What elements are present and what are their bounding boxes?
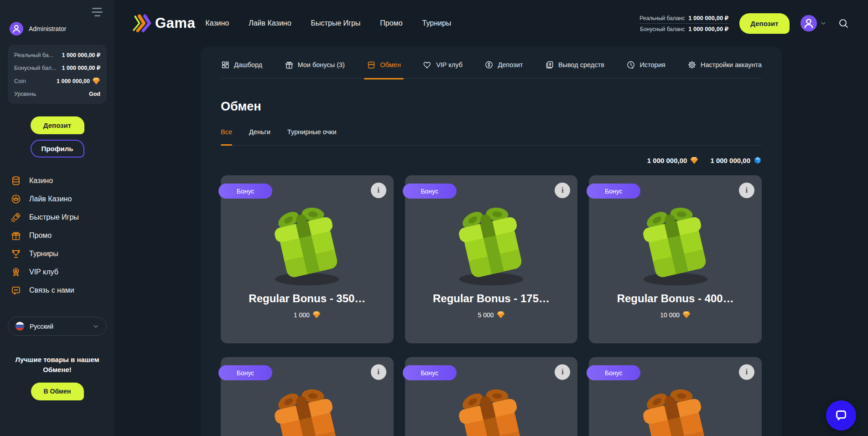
top-nav-fast-games[interactable]: Быстрые Игры bbox=[311, 19, 361, 27]
tab-dashboard[interactable]: Дашборд bbox=[221, 60, 262, 69]
gama-logo[interactable]: Gama bbox=[131, 13, 195, 33]
bonus-badge: Бонус bbox=[587, 365, 640, 380]
real-balance-value: 1 000 000,00 ₽ bbox=[62, 52, 100, 58]
main-area: Gama Казино Лайв Казино Быстрые Игры Про… bbox=[114, 0, 868, 436]
bonus-card-title: Regular Bonus - 350… bbox=[249, 292, 365, 305]
language-label: Русский bbox=[30, 323, 53, 330]
top-nav-live-casino[interactable]: Лайв Казино bbox=[249, 19, 291, 27]
level-value: God bbox=[89, 91, 100, 97]
sidebar-profile[interactable]: Administrator bbox=[8, 0, 107, 36]
gift-icon bbox=[285, 60, 294, 69]
tab-deposit[interactable]: Депозит bbox=[484, 60, 523, 69]
bonus-balance-label: Бонусный бал... bbox=[14, 65, 56, 71]
sidebar-item-live-casino[interactable]: Лайв Казино bbox=[10, 193, 107, 205]
top-nav-casino[interactable]: Казино bbox=[205, 19, 229, 27]
live-casino-icon bbox=[10, 194, 21, 205]
withdraw-icon bbox=[545, 60, 554, 69]
info-icon[interactable]: i bbox=[371, 183, 386, 198]
bonus-card[interactable]: Бонус i bbox=[405, 357, 578, 436]
coin-balance-label: Coin bbox=[14, 78, 26, 84]
info-icon[interactable]: i bbox=[555, 183, 570, 198]
tab-history[interactable]: История bbox=[626, 60, 665, 69]
medal-icon bbox=[10, 267, 21, 278]
account-menu[interactable] bbox=[800, 15, 827, 32]
sidebar-item-vip-club[interactable]: VIP клуб bbox=[10, 266, 107, 278]
header-balances: Реальный баланс 1 000 000,00 ₽ Бонусный … bbox=[639, 13, 728, 34]
promo-text: Лучшие товары в нашем Обмене! bbox=[8, 355, 107, 375]
top-nav: Казино Лайв Казино Быстрые Игры Промо Ту… bbox=[205, 19, 451, 27]
real-balance-row: Реальный ба... 1 000 000,00 ₽ bbox=[14, 52, 100, 58]
heart-icon bbox=[423, 60, 432, 69]
header-deposit-button[interactable]: Депозит bbox=[739, 13, 790, 34]
to-exchange-button[interactable]: В Обмен bbox=[31, 383, 84, 400]
filter-tournament-points[interactable]: Турнирные очки bbox=[287, 128, 337, 136]
coin-dollar-icon bbox=[484, 60, 494, 69]
top-nav-promo[interactable]: Промо bbox=[380, 19, 402, 27]
coins-icon bbox=[10, 175, 21, 186]
user-name: Administrator bbox=[29, 25, 66, 32]
cards-grid: Бонус i Regular Bonus - 350… 1 000 Бонус… bbox=[221, 175, 762, 436]
filter-all[interactable]: Все bbox=[221, 128, 232, 136]
gear-icon bbox=[687, 60, 696, 69]
bonus-card-price: 5 000 bbox=[478, 311, 504, 319]
tab-exchange[interactable]: Обмен bbox=[367, 60, 400, 69]
account-tabs: Дашборд Мои бонусы (3) Обмен VIP клуб Де… bbox=[221, 60, 762, 79]
orange-gem-icon bbox=[690, 157, 698, 164]
info-icon[interactable]: i bbox=[371, 364, 386, 380]
language-selector[interactable]: Русский bbox=[8, 317, 107, 336]
page-title: Обмен bbox=[221, 100, 762, 114]
top-header: Gama Казино Лайв Казино Быстрые Игры Про… bbox=[114, 0, 868, 47]
sidebar-collapse-icon[interactable] bbox=[92, 8, 104, 18]
sidebar-nav: Казино Лайв Казино Быстрые Игры Промо Ту… bbox=[8, 175, 107, 296]
blue-gem-icon bbox=[754, 157, 762, 164]
filter-money[interactable]: Деньги bbox=[249, 128, 270, 136]
coin-balance-row: Coin 1 000 000,00 bbox=[14, 77, 100, 85]
bonus-card[interactable]: Бонус i bbox=[589, 357, 762, 436]
sidebar-item-tournaments[interactable]: Турниры bbox=[10, 248, 107, 259]
sidebar-profile-button[interactable]: Профиль bbox=[31, 140, 84, 158]
wallet-points-balance: 1 000 000,00 bbox=[710, 157, 762, 164]
bonus-card[interactable]: Бонус i Regular Bonus - 350… 1 000 bbox=[221, 175, 394, 343]
header-bonus-balance: Бонусный баланс 1 000 000,00 ₽ bbox=[640, 24, 728, 34]
search-icon[interactable] bbox=[838, 18, 849, 29]
history-icon bbox=[626, 60, 635, 69]
russia-flag-icon bbox=[15, 321, 25, 331]
live-chat-button[interactable] bbox=[826, 400, 856, 431]
header-real-balance: Реальный баланс 1 000 000,00 ₽ bbox=[639, 13, 728, 24]
bonus-badge: Бонус bbox=[218, 184, 272, 199]
bonus-badge: Бонус bbox=[218, 365, 272, 380]
info-icon[interactable]: i bbox=[555, 364, 570, 380]
sidebar-balance-panel: Реальный ба... 1 000 000,00 ₽ Бонусный б… bbox=[8, 45, 107, 104]
bonus-card[interactable]: Бонус i Regular Bonus - 400… 10 000 bbox=[589, 175, 762, 343]
orange-gem-icon bbox=[312, 311, 321, 319]
bonus-badge: Бонус bbox=[587, 184, 640, 199]
tab-withdraw[interactable]: Вывод средств bbox=[545, 60, 604, 69]
orange-gem-icon bbox=[92, 77, 100, 85]
sidebar-item-promo[interactable]: Промо bbox=[10, 230, 107, 241]
sidebar-item-fast-games[interactable]: Быстрые Игры bbox=[10, 211, 107, 223]
bonus-card-title: Regular Bonus - 175… bbox=[433, 292, 550, 305]
chat-icon bbox=[10, 285, 21, 296]
logo-chevrons-icon bbox=[131, 13, 151, 33]
level-row: Уровень God bbox=[14, 91, 100, 97]
user-avatar-icon bbox=[800, 15, 817, 32]
tab-vip-club[interactable]: VIP клуб bbox=[423, 60, 463, 69]
sidebar: Administrator Реальный ба... 1 000 000,0… bbox=[0, 0, 114, 436]
gift-image bbox=[258, 194, 356, 289]
info-icon[interactable]: i bbox=[739, 183, 754, 198]
top-nav-tournaments[interactable]: Турниры bbox=[422, 19, 452, 27]
sidebar-item-contact-us[interactable]: Связь с нами bbox=[10, 284, 107, 296]
sidebar-deposit-button[interactable]: Депозит bbox=[31, 116, 84, 134]
chevron-down-icon bbox=[92, 323, 99, 330]
level-label: Уровень bbox=[14, 91, 36, 97]
sidebar-item-casino[interactable]: Казино bbox=[10, 175, 107, 186]
chevron-down-icon bbox=[820, 20, 827, 27]
bonus-card[interactable]: Бонус i bbox=[221, 357, 394, 436]
tab-my-bonuses[interactable]: Мои бонусы (3) bbox=[285, 60, 345, 69]
bonus-card[interactable]: Бонус i Regular Bonus - 175… 5 000 bbox=[405, 175, 578, 343]
tab-account-settings[interactable]: Настройки аккаунта bbox=[687, 60, 762, 69]
wallet-coin-balance: 1 000 000,00 bbox=[647, 157, 699, 164]
info-icon[interactable]: i bbox=[739, 364, 754, 380]
sidebar-promo: Лучшие товары в нашем Обмене! В Обмен bbox=[8, 355, 107, 400]
real-balance-label: Реальный ба... bbox=[14, 52, 53, 58]
